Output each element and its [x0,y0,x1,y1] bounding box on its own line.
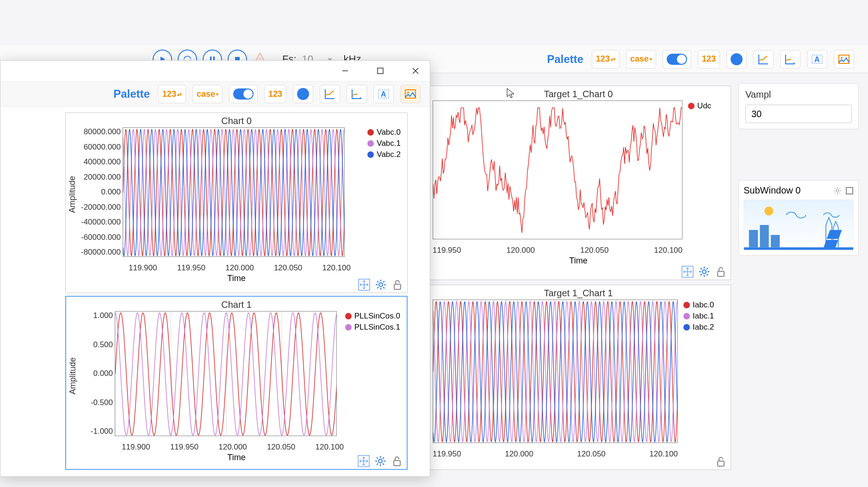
unlock-icon[interactable] [391,279,403,291]
svg-point-21 [836,189,839,192]
svg-text:A: A [381,90,386,98]
floating-subwindow: Palette 123▴▾ case▾ 123 x A Chart 0 Ampl… [0,60,430,477]
palette-label: Palette [113,87,150,100]
subwindow-title: SubWindow 0 [744,185,800,196]
legend: Iabc.0 Iabc.1 Iabc.2 [681,300,717,448]
case-button[interactable]: case▾ [192,85,223,103]
palette-label: Palette [547,53,583,66]
toggle-switch[interactable] [229,85,258,103]
x-label: Time [66,273,407,285]
svg-point-13 [702,270,706,274]
chart-title: Chart 1 [66,297,407,311]
subwindow-toolbar: Palette 123▴▾ case▾ 123 x A [0,81,430,107]
chart-title: Target 1_Chart 1 [426,285,731,300]
subwindow-thumbnail [744,200,854,250]
gear-icon[interactable] [698,266,710,278]
svg-rect-24 [749,230,758,248]
chart-title: Target 1_Chart 0 [426,86,731,100]
numeric-format-button[interactable]: 123▴▾ [158,85,186,103]
svg-text:x: x [360,96,362,100]
legend: Udc [685,100,714,244]
circle-indicator-button[interactable] [293,85,313,103]
close-button[interactable] [405,62,426,79]
move-icon[interactable] [682,266,694,278]
y-label: Amplitude [66,357,80,394]
minimize-button[interactable] [335,62,356,79]
legend: PLLSinCos.0 PLLSinCos.1 [342,311,403,333]
plot-area[interactable] [123,127,345,257]
maximize-icon[interactable] [845,187,854,195]
numeric-display-button[interactable]: 123 [264,85,286,103]
chart-target-1[interactable]: Target 1_Chart 1 Iabc.0 Iabc.1 Iabc.2 11… [426,285,731,470]
move-icon[interactable] [358,455,370,467]
chart-xy-button[interactable]: x [780,50,800,69]
svg-rect-22 [846,187,853,194]
lock-icon[interactable] [715,456,727,468]
svg-point-43 [379,283,383,287]
case-button[interactable]: case▾ [626,50,656,69]
chart-xy-button[interactable]: x [347,85,367,103]
parameter-name: Vampl [745,89,852,100]
chart-target-0[interactable]: Target 1_Chart 0 Udc 119.950120.000120.0… [426,86,731,280]
y-axis: 1.0000.5000.000-0.500-1.000 [80,311,115,436]
text-box-button[interactable]: A [807,50,827,69]
chart-0-panel[interactable]: Chart 0 Amplitude 80000.00060000.0004000… [65,112,408,293]
parameter-box: Vampl [738,83,859,129]
gear-icon[interactable] [374,455,386,467]
plot-area[interactable] [115,311,337,436]
svg-rect-20 [718,461,724,466]
subwindow-card[interactable]: SubWindow 0 [738,180,859,256]
svg-point-51 [378,459,382,463]
gear-icon[interactable] [375,279,387,291]
chart-title: Chart 0 [66,113,407,127]
svg-rect-29 [744,247,853,250]
plot-area[interactable] [433,100,682,239]
svg-rect-44 [394,284,401,289]
y-label: Amplitude [66,176,79,213]
window-titlebar[interactable] [0,61,430,81]
svg-rect-52 [394,461,400,466]
svg-point-11 [841,57,843,59]
image-button[interactable] [400,85,421,103]
numeric-display-button[interactable]: 123 [698,50,720,69]
cursor-icon [507,88,515,99]
parameter-input[interactable] [745,105,852,123]
lock-icon[interactable] [715,266,727,278]
chart-button[interactable] [753,50,774,69]
svg-text:A: A [814,56,820,63]
maximize-button[interactable] [370,62,391,79]
chart-button[interactable] [320,85,340,103]
image-button[interactable] [834,50,854,69]
svg-rect-27 [827,230,842,239]
text-box-button[interactable]: A [373,85,394,103]
svg-rect-25 [760,225,769,247]
circle-indicator-button[interactable] [726,50,747,69]
legend: Vabc.0 Vabc.1 Vabc.2 [365,127,403,160]
numeric-format-button[interactable]: 123▴▾ [592,50,620,69]
svg-point-36 [407,92,409,94]
gear-icon[interactable] [833,187,842,195]
right-panel: Vampl SubWindow 0 [738,83,859,256]
svg-text:x: x [793,61,795,65]
x-label: Time [66,452,407,464]
unlock-icon[interactable] [391,455,403,467]
svg-point-23 [764,206,773,215]
toggle-switch[interactable] [663,50,691,69]
svg-rect-26 [771,235,780,247]
chart-1-panel[interactable]: Chart 1 Amplitude 1.0000.5000.000-0.500-… [65,296,408,470]
svg-rect-31 [378,68,383,74]
move-icon[interactable] [358,279,370,291]
plot-area[interactable] [433,300,678,443]
y-axis: 80000.00060000.00040000.00020000.0000.00… [79,127,123,257]
svg-rect-14 [718,271,724,276]
